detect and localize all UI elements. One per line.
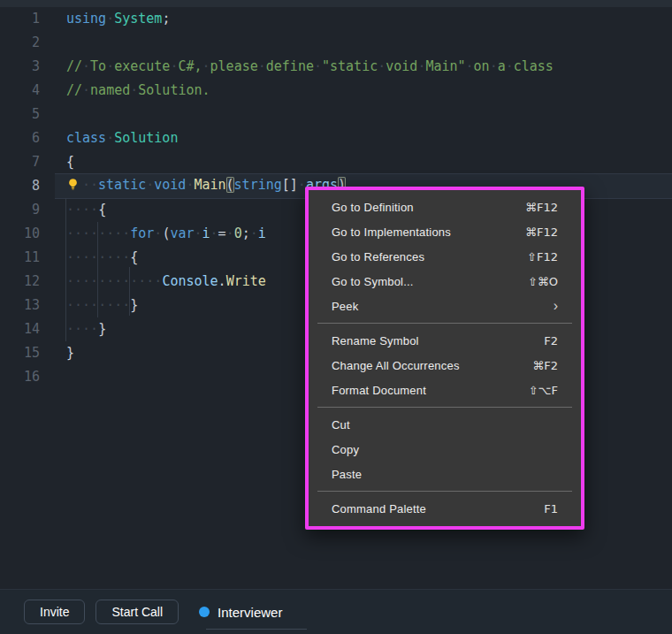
code-token: void — [386, 58, 417, 74]
menu-item-shortcut: ⇧⌥F — [529, 384, 558, 397]
code-token: ; — [242, 225, 250, 241]
whitespace-dot: · — [378, 58, 386, 74]
menu-item-rename-symbol[interactable]: Rename SymbolF2 — [309, 328, 581, 353]
code-content: ··static·void·Main(string[]·args) — [40, 173, 346, 199]
code-token: Solution. — [138, 82, 210, 98]
code-token: To — [90, 58, 106, 74]
start-call-button[interactable]: Start Call — [95, 600, 179, 624]
menu-item-paste[interactable]: Paste — [309, 462, 581, 486]
invite-button[interactable]: Invite — [24, 600, 85, 624]
whitespace-dot: · — [74, 202, 82, 218]
whitespace-dot: · — [82, 82, 90, 98]
code-token: C#, — [178, 58, 202, 74]
code-token: // — [66, 58, 82, 74]
menu-item-label: Go to Definition — [332, 201, 414, 214]
menu-item-label: Copy — [332, 443, 359, 456]
menu-item-copy[interactable]: Copy — [309, 437, 581, 462]
participant-label: Interviewer — [218, 605, 282, 620]
whitespace-dot: · — [122, 225, 130, 241]
code-line-6[interactable]: 6class·Solution — [0, 126, 672, 150]
whitespace-dot: · — [122, 273, 130, 289]
code-token: { — [130, 249, 138, 265]
code-token: ; — [162, 11, 170, 27]
whitespace-dot: · — [122, 297, 130, 313]
whitespace-dot: · — [258, 58, 266, 74]
code-content: ········{ — [40, 246, 138, 270]
line-number: 8 — [0, 174, 40, 198]
code-token: [] — [282, 177, 298, 193]
line-number: 4 — [0, 79, 40, 103]
menu-item-change-all-occurrences[interactable]: Change All Occurrences⌘F2 — [309, 353, 581, 378]
whitespace-dot: · — [74, 273, 82, 289]
code-content: ····} — [40, 317, 106, 341]
whitespace-dot: · — [82, 225, 90, 241]
code-line-7[interactable]: 7{ — [0, 150, 672, 174]
whitespace-dot: · — [66, 249, 74, 265]
menu-item-go-to-references[interactable]: Go to References⇧F12 — [309, 244, 581, 269]
code-token: System — [114, 11, 162, 27]
code-token: i — [202, 225, 210, 241]
code-content: ····{ — [40, 198, 106, 222]
code-token: a — [498, 58, 506, 74]
whitespace-dot: · — [114, 297, 122, 313]
whitespace-dot: · — [66, 202, 74, 218]
code-line-1[interactable]: 1using·System; — [0, 7, 672, 31]
whitespace-dot: · — [98, 225, 106, 241]
menu-item-format-document[interactable]: Format Document⇧⌥F — [309, 378, 581, 402]
code-line-2[interactable]: 2 — [0, 31, 672, 55]
code-token: for — [130, 225, 154, 241]
whitespace-dot: · — [90, 273, 98, 289]
whitespace-dot: · — [138, 273, 146, 289]
menu-item-label: Change All Occurrences — [332, 359, 460, 372]
code-token: named — [90, 82, 130, 98]
whitespace-dot: · — [114, 225, 122, 241]
whitespace-dot: · — [74, 297, 82, 313]
lightbulb-icon[interactable] — [66, 175, 82, 199]
code-token: Main" — [425, 58, 465, 74]
line-number: 13 — [0, 294, 40, 317]
code-token: // — [66, 82, 82, 98]
menu-item-label: Format Document — [332, 384, 426, 397]
menu-item-go-to-implementations[interactable]: Go to Implementations⌘F12 — [309, 219, 581, 244]
whitespace-dot: · — [90, 202, 98, 218]
line-number: 15 — [0, 341, 40, 365]
code-token: = — [218, 225, 226, 241]
menu-separator — [317, 491, 572, 492]
whitespace-dot: · — [106, 130, 114, 146]
code-line-5[interactable]: 5 — [0, 103, 672, 126]
whitespace-dot: · — [250, 225, 258, 241]
whitespace-dot: · — [66, 297, 74, 313]
whitespace-dot: · — [114, 273, 122, 289]
code-token: } — [98, 321, 106, 337]
code-token: class — [514, 58, 554, 74]
whitespace-dot: · — [122, 249, 130, 265]
line-number: 6 — [0, 126, 40, 150]
line-number: 3 — [0, 55, 40, 79]
menu-separator — [317, 323, 572, 324]
line-number: 10 — [0, 222, 40, 246]
menu-item-shortcut: ⌘F12 — [525, 201, 558, 214]
menu-item-go-to-definition[interactable]: Go to Definition⌘F12 — [309, 195, 581, 219]
line-number: 16 — [0, 365, 40, 389]
code-line-4[interactable]: 4//·named·Solution. — [0, 79, 672, 103]
app-window: 1using·System;23//·To·execute·C#,·please… — [0, 0, 672, 634]
code-token: { — [98, 202, 106, 218]
menu-item-peek[interactable]: Peek› — [309, 294, 581, 318]
code-content: //·named·Solution. — [40, 79, 210, 103]
menu-item-label: Rename Symbol — [332, 334, 419, 348]
participant-tab[interactable]: Interviewer — [199, 605, 282, 620]
menu-item-cut[interactable]: Cut — [309, 412, 581, 437]
menu-item-label: Peek — [332, 300, 358, 313]
line-number: 14 — [0, 317, 40, 341]
whitespace-dot: · — [66, 321, 74, 337]
menu-item-label: Command Palette — [332, 502, 426, 516]
whitespace-dot: · — [146, 177, 154, 193]
menu-separator — [317, 407, 572, 408]
code-token: 0 — [234, 225, 242, 241]
menu-item-shortcut: F1 — [544, 502, 558, 516]
whitespace-dot: · — [130, 273, 138, 289]
menu-item-command-palette[interactable]: Command PaletteF1 — [309, 496, 581, 521]
code-token: on — [474, 58, 490, 74]
menu-item-go-to-symbol[interactable]: Go to Symbol...⇧⌘O — [309, 269, 581, 294]
code-line-3[interactable]: 3//·To·execute·C#,·please·define·"static… — [0, 55, 672, 79]
